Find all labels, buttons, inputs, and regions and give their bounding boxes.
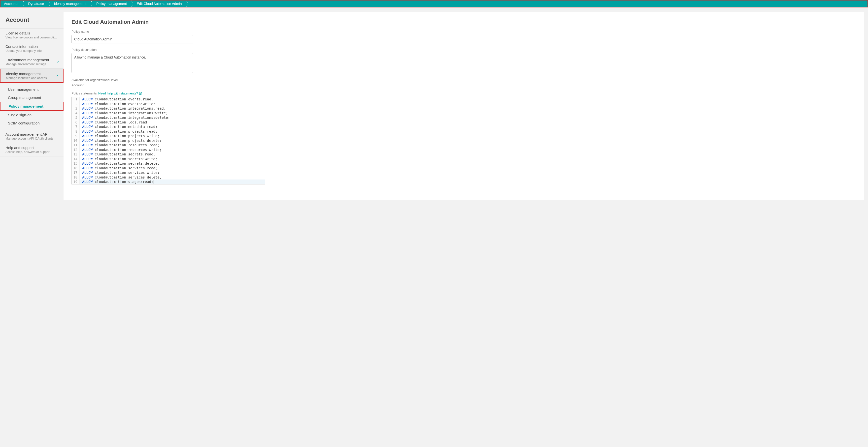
sidebar-subnav-item[interactable]: Policy management [0, 102, 64, 111]
editor-line[interactable]: 6ALLOW cloudautomation:logs:read; [72, 120, 265, 125]
code-content: ALLOW cloudautomation:integrations:delet… [80, 115, 170, 120]
policy-desc-label: Policy description [71, 48, 856, 51]
code-content: ALLOW cloudautomation:events:read; [80, 97, 153, 102]
line-number: 1 [72, 97, 80, 102]
code-content: ALLOW cloudautomation:metadata:read; [80, 125, 157, 129]
editor-line[interactable]: 1ALLOW cloudautomation:events:read; [72, 97, 265, 102]
breadcrumb-item[interactable]: Dynatrace [23, 0, 49, 7]
line-number: 9 [72, 134, 80, 138]
code-content: ALLOW cloudautomation:services:write; [80, 170, 160, 175]
code-content: ALLOW cloudautomation:projects:delete; [80, 138, 161, 143]
sidebar-item-title: Account management API [5, 132, 59, 136]
line-number: 6 [72, 120, 80, 125]
editor-line[interactable]: 8ALLOW cloudautomation:projects:read; [72, 129, 265, 134]
sidebar-subnav-item[interactable]: Group management [0, 94, 64, 102]
editor-line[interactable]: 10ALLOW cloudautomation:projects:delete; [72, 138, 265, 143]
line-number: 7 [72, 125, 80, 129]
editor-line[interactable]: 12ALLOW cloudautomation:resources:write; [72, 147, 265, 152]
sidebar-item-subtitle: Access help, answers or support [5, 150, 59, 154]
code-content: ALLOW cloudautomation:events:write; [80, 102, 155, 106]
editor-line[interactable]: 15ALLOW cloudautomation:secrets:delete; [72, 161, 265, 166]
editor-line[interactable]: 7ALLOW cloudautomation:metadata:read; [72, 125, 265, 129]
sidebar-heading: Account [0, 12, 64, 28]
sidebar-subnav-item[interactable]: User management [0, 85, 64, 94]
org-level-value: Account [71, 83, 856, 87]
code-content: ALLOW cloudautomation:stages:read; [80, 179, 154, 184]
sidebar-item[interactable]: License detailsView license quotas and c… [0, 28, 64, 42]
line-number: 2 [72, 102, 80, 106]
editor-line[interactable]: 2ALLOW cloudautomation:events:write; [72, 102, 265, 106]
sidebar-item[interactable]: Identity managementManage identities and… [0, 69, 64, 83]
sidebar-item-title: Contact information [5, 44, 59, 48]
org-level-label: Available for organizational level [71, 78, 856, 82]
editor-line[interactable]: 17ALLOW cloudautomation:services:write; [72, 170, 265, 175]
code-content: ALLOW cloudautomation:projects:read; [80, 129, 157, 134]
text-cursor [154, 180, 154, 184]
sidebar-item[interactable]: Help and supportAccess help, answers or … [0, 143, 64, 157]
sidebar-item-subtitle: Manage identities and access [6, 76, 58, 80]
breadcrumb-item[interactable]: Edit Cloud Automation Admin [131, 0, 186, 7]
breadcrumb-item[interactable]: Accounts [0, 0, 23, 7]
breadcrumb: AccountsDynatraceIdentity managementPoli… [0, 0, 868, 7]
line-number: 13 [72, 152, 80, 157]
page-title: Edit Cloud Automation Admin [71, 19, 856, 25]
line-number: 15 [72, 161, 80, 166]
policy-statements-editor[interactable]: 1ALLOW cloudautomation:events:read;2ALLO… [71, 97, 265, 184]
editor-line[interactable]: 19ALLOW cloudautomation:stages:read; [72, 179, 265, 184]
line-number: 10 [72, 138, 80, 143]
policy-name-input[interactable] [71, 35, 193, 43]
code-content: ALLOW cloudautomation:projects:write; [80, 134, 160, 138]
line-number: 18 [72, 175, 80, 180]
editor-line[interactable]: 5ALLOW cloudautomation:integrations:dele… [72, 115, 265, 120]
help-statements-link[interactable]: Need help with statements? [98, 92, 142, 95]
editor-line[interactable]: 4ALLOW cloudautomation:integrations:writ… [72, 111, 265, 115]
sidebar-item-subtitle: View license quotas and consumption de… [5, 36, 59, 39]
sidebar-item-title: Help and support [5, 145, 59, 150]
sidebar-subnav: User managementGroup managementPolicy ma… [0, 83, 64, 130]
policy-statements-label: Policy statements [71, 92, 97, 95]
code-content: ALLOW cloudautomation:integrations:read; [80, 106, 166, 111]
sidebar: Account License detailsView license quot… [0, 7, 64, 200]
policy-desc-input[interactable] [71, 53, 193, 73]
code-content: ALLOW cloudautomation:logs:read; [80, 120, 149, 125]
sidebar-item-subtitle: Manage account API OAuth clients [5, 137, 59, 140]
sidebar-subnav-item[interactable]: Single sign-on [0, 111, 64, 119]
code-content: ALLOW cloudautomation:services:delete; [80, 175, 161, 180]
code-content: ALLOW cloudautomation:integrations:write… [80, 111, 168, 115]
line-number: 11 [72, 143, 80, 147]
sidebar-item-subtitle: Update your company info [5, 49, 59, 53]
sidebar-item[interactable]: Environment managementManage environment… [0, 55, 64, 69]
line-number: 17 [72, 170, 80, 175]
code-content: ALLOW cloudautomation:services:read; [80, 166, 157, 171]
sidebar-item-title: Environment management [5, 58, 59, 62]
line-number: 16 [72, 166, 80, 171]
main-content: Edit Cloud Automation Admin Policy name … [64, 12, 864, 200]
breadcrumb-item[interactable]: Policy management [91, 0, 131, 7]
breadcrumb-item[interactable]: Identity management [49, 0, 91, 7]
editor-line[interactable]: 14ALLOW cloudautomation:secrets:write; [72, 157, 265, 161]
editor-line[interactable]: 16ALLOW cloudautomation:services:read; [72, 166, 265, 171]
code-content: ALLOW cloudautomation:secrets:write; [80, 157, 157, 161]
chevron-up-icon [56, 74, 59, 78]
policy-name-label: Policy name [71, 30, 856, 33]
sidebar-item-title: License details [5, 31, 59, 35]
editor-line[interactable]: 13ALLOW cloudautomation:secrets:read; [72, 152, 265, 157]
line-number: 4 [72, 111, 80, 115]
editor-line[interactable]: 11ALLOW cloudautomation:resources:read; [72, 143, 265, 147]
chevron-down-icon [56, 60, 60, 64]
code-content: ALLOW cloudautomation:secrets:read; [80, 152, 155, 157]
editor-line[interactable]: 18ALLOW cloudautomation:services:delete; [72, 175, 265, 180]
external-link-icon [139, 92, 142, 95]
sidebar-item-title: Identity management [6, 72, 58, 76]
code-content: ALLOW cloudautomation:resources:read; [80, 143, 160, 147]
sidebar-item-subtitle: Manage environment settings [5, 63, 59, 66]
code-content: ALLOW cloudautomation:resources:write; [80, 147, 161, 152]
sidebar-item[interactable]: Account management APIManage account API… [0, 130, 64, 143]
editor-line[interactable]: 9ALLOW cloudautomation:projects:write; [72, 134, 265, 138]
sidebar-subnav-item[interactable]: SCIM configuration [0, 119, 64, 127]
code-content: ALLOW cloudautomation:secrets:delete; [80, 161, 160, 166]
line-number: 14 [72, 157, 80, 161]
line-number: 19 [72, 179, 80, 184]
sidebar-item[interactable]: Contact informationUpdate your company i… [0, 42, 64, 55]
editor-line[interactable]: 3ALLOW cloudautomation:integrations:read… [72, 106, 265, 111]
